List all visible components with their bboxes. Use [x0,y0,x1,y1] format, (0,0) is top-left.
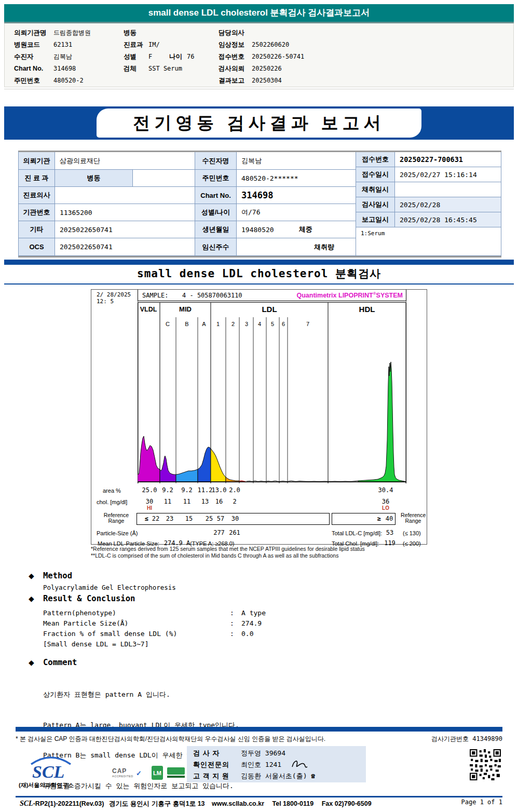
chol-row-label: chol. [mg/dl] [97,499,127,505]
eqa-green-logo [167,767,185,775]
result-heading: Result & Conclusion [43,594,135,603]
table-label: 기관번호 [19,204,55,221]
svg-text:SCL: SCL [32,762,64,781]
band-label-vldl: VLDL [140,306,157,313]
scl-logo: SCL [27,753,75,782]
table-sublabel: 병동 [55,170,133,187]
info-row: Chart No.314698 [14,62,76,74]
ref-range-box-hdl: ≥ 40 [332,513,396,525]
method-heading: Method [43,571,72,580]
result-value: A type [241,609,266,617]
divider-bar [16,727,502,732]
lipoprint-chart: 2/ 28/2025 12: 5 SAMPLE: 4 - 50587006311… [91,289,427,545]
ref-value: 25 [206,515,213,522]
section-title: small dense LDL cholesterol 분획검사 [0,266,518,281]
field-value: 20250226-50741 [252,51,304,62]
info-row: 병동 [124,26,148,38]
field-label: 의뢰기관명 [14,27,53,38]
table-label: 진 료 과 [19,170,55,187]
chol-value-hdl: 36 [382,498,389,505]
result-row: Mean Particle Size(Å):274.9 [43,618,266,629]
diamond-icon: ◆ [29,572,34,580]
particle-size-ldl2: 261 [229,529,240,536]
info-row: 주민번호480520-2 [14,74,84,86]
table-value: 채취량 [237,238,356,256]
table-value [133,170,195,187]
subband-label: B [185,321,188,327]
baseline-noise [247,481,358,482]
field-label: 접수번호 [219,51,252,62]
banner-title: 전기영동 검사결과 보고서 [97,109,421,138]
total-ldl-c-label: Total LDL-C [mg/dl]: [332,530,382,536]
chol-value: 11 [183,498,190,505]
diamond-icon: ◆ [29,594,34,603]
field-value: 20250304 [252,75,282,86]
area-value-hdl: 30.4 [378,486,393,494]
lab-address: 경기도 용인시 기흥구 흥덕1로 13 [109,800,205,807]
chol-value: 13 [201,498,209,505]
comment-line: 상기환자 표현형은 pattern A 입니다. [43,689,265,700]
footnote-line: **LDL-C is comprised of the sum of chole… [91,552,433,559]
info-row: 수진자김복남 [14,50,72,62]
table-label: 채취일시 [356,182,395,197]
result-label: Fraction % of small dense LDL (%) [43,629,230,639]
table-label: 접수일시 [356,167,395,182]
vldl-peak [138,436,160,482]
area-row-label: area % [103,488,121,494]
particle-size-label: Particle-Size (Å) [97,530,138,536]
scl-org-name: (재)서울의과학연구소 [19,781,74,789]
field-label: 검체 [124,63,148,74]
band-label-mid: MID [179,305,192,313]
footnote-line: *Reference ranges derived from 125 serum… [91,546,433,552]
staff-label: 고 객 지 원 [193,770,241,782]
mida-peak [198,447,211,482]
divider-line [4,283,514,285]
ref-range-label-left: ReferenceRange [101,512,132,524]
area-value: 2.0 [229,486,240,494]
chart-footnotes: *Reference ranges derived from 125 serum… [91,546,433,559]
table-label: 주민번호 [195,170,237,187]
ref-value-hdl: 40 [386,515,393,522]
staff-label: 검 사 자 [193,748,241,759]
geq-symbol: ≥ [377,515,380,522]
sample-value: 4 - 505870063110 [182,292,242,299]
leq-symbol: ≤ [144,515,148,522]
ldl1-peak [211,449,226,482]
staff-row: 확인전문의최인호 1241 [193,759,309,770]
lab-website: www.scllab.co.kr [212,800,264,807]
table-value: 11365200 [55,204,195,221]
subband-label: 2 [231,321,235,327]
scl-mark: SCL [20,800,33,807]
result-rows: Pattern(phenotype):A type Mean Particle … [43,608,266,649]
info-row: 의뢰기관명드림종합병원 [14,26,91,38]
cap-logo-text: CAP [112,767,149,775]
page-number: Page 1 of 1 [461,799,502,806]
field-value: 62131 [53,39,72,50]
patient-info-table: 의뢰기관 삼광의료재단 진 료 과 병동 진료의사 기관번호 11365200 … [18,151,501,258]
divider-bar [4,260,514,265]
table-value: 480520-2****** [237,170,356,187]
diamond-icon: ◆ [29,658,34,667]
ref-range-label-right: ReferenceRange [401,512,426,524]
chol-value: 2 [233,498,236,505]
field-label: 담당의사 [219,27,252,38]
table-value: 2025022650741 [55,221,195,238]
doc-number: -RP2(1)-202211(Rev.03) [33,800,104,807]
staff-row: 검 사 자정두영 39694 [193,747,285,759]
info-row: 병원코드62131 [14,38,72,50]
result-label: Pattern(phenotype) [43,608,230,618]
birthdate-value: 19480520 [241,226,274,234]
band-label-ldl: LDL [262,305,277,314]
table-label: 진료의사 [19,187,55,204]
area-value: 25.0 [142,486,157,494]
staff-value: 정두영 39694 [241,749,285,757]
field-value: 드림종합병원 [53,27,91,38]
sample-header: SAMPLE: 4 - 505870063110 Quantimetrix LI… [138,290,406,303]
table-value: 2025022650741 [55,238,195,256]
check-icon: ✓ [136,769,142,777]
table-value: 2025/02/28 [395,197,501,212]
table-label: 성별/나이 [195,204,237,221]
field-label: 나이 [169,51,187,62]
subband-label: A [202,321,206,327]
brand-name: Quantimetrix LIPOPRINT [296,292,373,299]
